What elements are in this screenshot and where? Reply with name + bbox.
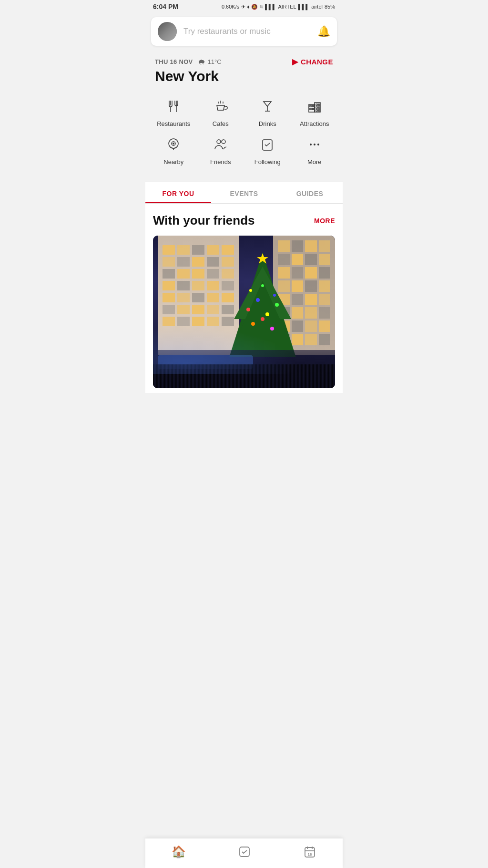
category-following[interactable]: Following [248,137,286,165]
carrier2-signal: ▌▌▌ [298,4,309,10]
carrier1: AIRTEL [278,4,296,10]
svg-point-27 [314,144,315,145]
tabs-row: FOR YOU EVENTS GUIDES [145,182,343,204]
svg-point-28 [317,144,319,145]
cafes-label: Cafes [213,120,229,127]
svg-rect-12 [312,105,314,107]
search-input[interactable]: Try restaurants or music [183,27,317,36]
svg-rect-20 [318,110,320,111]
category-attractions[interactable]: Attractions [295,99,334,127]
svg-rect-18 [318,107,320,108]
image-placeholder [153,236,335,388]
tab-guides[interactable]: GUIDES [277,182,343,203]
restaurants-label: Restaurants [157,120,190,127]
svg-point-23 [217,140,221,144]
svg-rect-14 [312,108,314,110]
content-section: With your friends MORE [145,204,343,393]
svg-point-39 [249,289,252,292]
svg-point-26 [310,144,312,145]
svg-point-24 [222,140,225,144]
carrier2: airtel [311,4,323,10]
bell-icon[interactable]: 🔔 [317,25,330,38]
svg-point-41 [261,284,264,287]
category-restaurants[interactable]: Restaurants [154,99,193,127]
svg-point-33 [256,298,260,302]
category-drinks[interactable]: Drinks [248,99,286,127]
following-label: Following [254,158,281,165]
coffee-icon [213,99,228,116]
temperature: 11°C [208,58,222,65]
status-icons: ✈ ♦ 🔕 ≋ ▌▌▌ [241,4,276,10]
svg-rect-13 [310,108,311,110]
category-friends[interactable]: Friends [202,137,240,165]
svg-rect-16 [318,104,320,105]
location-date-row: THU 16 NOV 🌧 11°C ▶ CHANGE [155,57,333,66]
friends-label: Friends [210,158,231,165]
network-speed: 0.60K/s [222,4,239,10]
svg-point-40 [273,294,276,297]
battery: 85% [325,4,335,10]
svg-point-34 [265,312,269,316]
svg-point-32 [246,308,250,311]
status-right: 0.60K/s ✈ ♦ 🔕 ≋ ▌▌▌ AIRTEL ▌▌▌ airtel 85… [222,4,335,10]
category-row-1: Restaurants Cafes [150,99,338,127]
tabs-section: FOR YOU EVENTS GUIDES [145,182,343,204]
section-header: With your friends MORE [153,213,335,228]
tab-events[interactable]: EVENTS [211,182,277,203]
time: 6:04 PM [153,3,178,10]
weather-info: 🌧 11°C [198,58,222,66]
category-more[interactable]: More [295,137,334,165]
avatar [158,22,177,41]
following-icon [260,137,275,155]
date-text: THU 16 NOV [155,58,193,65]
more-link[interactable]: MORE [314,217,335,225]
svg-rect-11 [310,105,311,107]
section-title: With your friends [153,213,255,228]
svg-point-38 [261,317,264,321]
category-grid: Restaurants Cafes [145,89,343,180]
friends-icon [213,137,228,155]
weather-icon: 🌧 [198,58,205,66]
buildings-icon [307,99,322,116]
tab-for-you[interactable]: FOR YOU [145,182,211,203]
change-arrow-icon: ▶ [292,57,298,66]
svg-rect-19 [316,110,317,111]
cocktail-icon [260,99,275,116]
svg-rect-17 [316,107,317,108]
more-icon [307,137,322,155]
category-nearby[interactable]: Nearby [154,137,193,165]
featured-image-card[interactable] [153,236,335,388]
location-section: THU 16 NOV 🌧 11°C ▶ CHANGE New York [145,50,343,89]
city-name: New York [155,68,333,84]
change-label: CHANGE [301,58,333,66]
status-bar: 6:04 PM 0.60K/s ✈ ♦ 🔕 ≋ ▌▌▌ AIRTEL ▌▌▌ a… [145,0,343,13]
svg-point-35 [275,303,279,307]
category-cafes[interactable]: Cafes [202,99,240,127]
location-icon [166,137,181,155]
search-bar[interactable]: Try restaurants or music 🔔 [151,17,337,46]
date-weather: THU 16 NOV 🌧 11°C [155,58,222,66]
category-row-2: Nearby Friends Following [150,137,338,165]
svg-point-36 [251,322,255,326]
attractions-label: Attractions [300,120,329,127]
nearby-label: Nearby [163,158,183,165]
change-button[interactable]: ▶ CHANGE [292,57,333,66]
drinks-label: Drinks [259,120,276,127]
svg-point-37 [270,327,274,331]
svg-point-22 [173,143,174,145]
more-label: More [307,158,322,165]
svg-rect-15 [316,104,317,105]
fork-knife-icon [166,99,181,116]
